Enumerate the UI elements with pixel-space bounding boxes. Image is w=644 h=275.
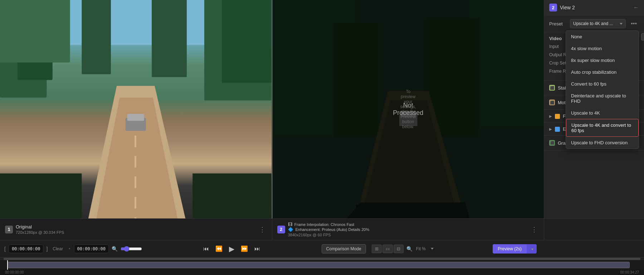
- clip-info-right: 2 🎞 Frame Interpolation: Chronos Fast 🔷 …: [272, 219, 544, 240]
- preset-dropdown-menu: None Crop Edit 4x slow motion 8x super s…: [566, 30, 639, 149]
- zoom-slider[interactable]: [121, 246, 142, 252]
- timeline-end-time: 00:00:34:27: [620, 270, 639, 274]
- preset-option-none[interactable]: None Crop Edit: [566, 31, 639, 43]
- sidebar-spacer: [544, 219, 644, 240]
- clip-more-btn-right[interactable]: ⋮: [530, 224, 539, 235]
- clip-tag-row-1: 🎞 Frame Interpolation: Chronos Fast: [288, 222, 527, 227]
- zoom-search-btn[interactable]: 🔍: [112, 246, 118, 252]
- preset-dropdown[interactable]: Upscale to 4K and ...: [570, 19, 626, 28]
- timeline-clip[interactable]: [7, 262, 630, 268]
- svg-rect-5: [222, 0, 272, 83]
- clip-resolution-left: 720x1280px @ 30.034 FPS: [16, 230, 255, 235]
- grain-icon: ⬛: [549, 140, 555, 146]
- transport-controls: ⏮ ⏪ ▶ ⏩ ⏭: [201, 243, 262, 255]
- svg-rect-3: [0, 0, 70, 63]
- comparison-mode-btn[interactable]: Comparison Mode: [322, 244, 366, 254]
- frame-interpolation-chevron: ▶: [549, 114, 552, 118]
- clear-btn[interactable]: Clear: [50, 245, 65, 253]
- svg-rect-6: [82, 0, 111, 74]
- preview-btn-group: Preview (2s): [493, 244, 537, 254]
- view-mode-btns: ⊞ ▭ ⊟: [372, 245, 404, 253]
- tag-icon-2: 🔷: [288, 227, 293, 232]
- zoom-dropdown-chevron[interactable]: [431, 248, 434, 250]
- clip-number-left: 1: [5, 226, 13, 233]
- input-label: Input: [549, 44, 559, 49]
- video-panel-processed: Not Processed To preview your settings, …: [273, 0, 544, 218]
- view-number: 2: [549, 4, 557, 11]
- zoom-label[interactable]: Fit %: [414, 245, 428, 253]
- preset-option-60fps[interactable]: Convert to 60 fps: [566, 78, 639, 90]
- sidebar-header: 2 View 2 ←: [544, 0, 644, 15]
- svg-rect-10: [0, 173, 82, 218]
- svg-rect-9: [127, 114, 144, 121]
- svg-rect-15: [333, 23, 379, 137]
- step-back-btn[interactable]: ⏪: [213, 244, 225, 254]
- bracket-out[interactable]: ]: [46, 246, 48, 252]
- timeline-time-markers: 00:00:00:00 00:00:34:27: [0, 270, 644, 275]
- clip-info-left: 1 Original 720x1280px @ 30.034 FPS ⋮: [0, 219, 272, 240]
- view-mode-side-by-side[interactable]: ⊞: [372, 245, 382, 253]
- preview-btn[interactable]: Preview (2s): [493, 244, 527, 254]
- crop-edit-buttons: Crop Edit: [641, 33, 644, 40]
- preset-option-deinterlace[interactable]: Deinterlace and upscale to FHD: [566, 90, 639, 107]
- preset-option-fhd[interactable]: Upscale to FHD conversion: [566, 137, 639, 149]
- tag-icon-1: 🎞: [288, 222, 292, 227]
- view-mode-single[interactable]: ▭: [382, 245, 393, 253]
- zoom-out-btn[interactable]: 🔍: [406, 246, 413, 252]
- zoom-indicator: [4, 258, 640, 260]
- clip-tag-1: Frame Interpolation: Chronos Fast: [294, 222, 355, 227]
- clip-number-right: 2: [277, 226, 285, 233]
- video-panels: Not Processed To preview your settings, …: [0, 0, 544, 218]
- timecode-in[interactable]: 00:00:00:00: [9, 245, 43, 253]
- preset-row: Preset Upscale to 4K and ... ••• None Cr…: [544, 15, 644, 32]
- preview-dropdown-btn[interactable]: [527, 244, 537, 254]
- clip-more-btn-left[interactable]: ⋮: [258, 224, 267, 235]
- enhancement-icon: [555, 127, 560, 132]
- preset-option-4k-60fps[interactable]: Upscale to 4K and convert to 60 fps: [566, 119, 639, 137]
- video-frame-left: [0, 0, 272, 218]
- timecode-current[interactable]: 00:00:00:00: [74, 245, 109, 253]
- motion-deblur-icon: ⬛: [549, 100, 555, 105]
- crop-btn[interactable]: Crop: [641, 33, 644, 40]
- sidebar-header-left: 2 View 2: [549, 4, 575, 11]
- preset-option-4k[interactable]: Upscale to 4K: [566, 107, 639, 119]
- sidebar: 2 View 2 ← Preset Upscale to 4K and ... …: [544, 0, 644, 218]
- enhancement-chevron: ▶: [549, 127, 552, 131]
- step-forward-btn[interactable]: ⏩: [239, 244, 250, 254]
- not-processed-subtitle: To preview your settings, click the Prev…: [400, 89, 416, 129]
- clip-tags-right: 🎞 Frame Interpolation: Chronos Fast 🔷 En…: [288, 222, 527, 237]
- bracket-in[interactable]: [: [4, 246, 6, 252]
- preset-option-4x[interactable]: 4x slow motion: [566, 43, 639, 54]
- zoom-controls: 🔍 Fit %: [406, 245, 434, 253]
- svg-rect-11: [192, 173, 271, 218]
- preset-option-8x[interactable]: 8x super slow motion: [566, 54, 639, 66]
- timeline-playhead: [7, 260, 8, 270]
- timeline-area: 00:00:00:00 00:00:34:27: [0, 257, 644, 275]
- preview-dropdown-chevron: [531, 249, 534, 250]
- clip-name-left: Original: [16, 224, 255, 230]
- play-btn[interactable]: ▶: [227, 243, 236, 255]
- frame-interpolation-icon: [555, 114, 560, 119]
- view-title: View 2: [560, 5, 575, 10]
- timeline-start-time: 00:00:00:00: [5, 270, 24, 274]
- preset-chevron: [620, 23, 623, 25]
- clip-details-left: Original 720x1280px @ 30.034 FPS: [16, 224, 255, 235]
- clip-tag-row-2: 🔷 Enhancement: Proteus (Auto) Details 20…: [288, 227, 527, 232]
- skip-to-start-btn[interactable]: ⏮: [201, 244, 211, 254]
- stabilization-icon: ⬛: [549, 85, 555, 91]
- zoom-strip[interactable]: [0, 257, 644, 260]
- skip-to-end-btn[interactable]: ⏭: [252, 244, 262, 254]
- view-mode-split[interactable]: ⊟: [394, 245, 404, 253]
- timeline-track[interactable]: [0, 260, 644, 270]
- panel-divider[interactable]: [272, 0, 273, 218]
- preset-option-auto-crop[interactable]: Auto crop stabilization: [566, 66, 639, 78]
- preset-label: Preset: [549, 21, 567, 26]
- clip-tag-2: Enhancement: Proteus (Auto) Details 20%: [296, 227, 370, 232]
- sidebar-close-btn[interactable]: ←: [633, 4, 639, 11]
- transport-bar: [ 00:00:00:00 ] Clear • 00:00:00:00 🔍 ⏮ …: [0, 240, 644, 257]
- bottom-strip: 1 Original 720x1280px @ 30.034 FPS ⋮ 2 🎞…: [0, 218, 644, 240]
- preset-more-btn[interactable]: •••: [629, 19, 639, 28]
- main-content: Not Processed To preview your settings, …: [0, 0, 644, 218]
- video-panel-original: [0, 0, 272, 218]
- clip-resolution-right: 3840x2160px @ 60 FPS: [288, 233, 527, 237]
